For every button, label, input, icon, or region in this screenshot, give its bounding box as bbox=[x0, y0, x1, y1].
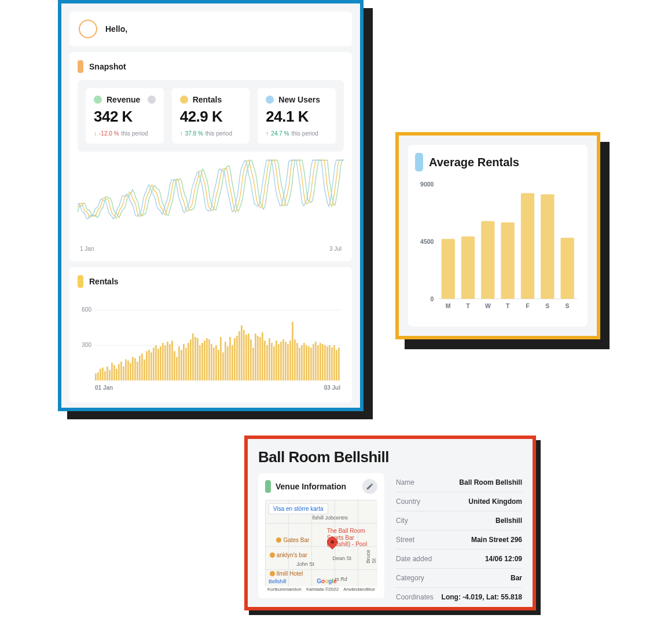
svg-rect-78 bbox=[266, 345, 268, 380]
svg-rect-43 bbox=[185, 347, 187, 380]
svg-rect-49 bbox=[199, 345, 201, 380]
svg-rect-90 bbox=[294, 339, 296, 380]
svg-rect-94 bbox=[303, 343, 305, 380]
dot-icon bbox=[94, 96, 102, 104]
svg-rect-4 bbox=[95, 374, 97, 380]
arrow-down-icon: ↓ bbox=[94, 130, 97, 137]
rentals-title: Rentals bbox=[89, 277, 119, 286]
svg-rect-116 bbox=[442, 239, 455, 299]
svg-rect-89 bbox=[292, 322, 293, 380]
svg-rect-101 bbox=[320, 343, 321, 380]
svg-rect-95 bbox=[306, 345, 307, 380]
rentals-card: Rentals 30060001 Jan03 Jul bbox=[69, 267, 352, 402]
svg-rect-126 bbox=[541, 195, 554, 299]
map-callout: The Ball Room Sports Bar (Bellshill) - P… bbox=[327, 528, 377, 548]
edit-button[interactable] bbox=[362, 479, 377, 494]
svg-rect-9 bbox=[107, 367, 108, 380]
svg-rect-14 bbox=[118, 364, 120, 380]
svg-rect-50 bbox=[201, 343, 203, 380]
x-axis-start: 1 Jan bbox=[80, 246, 94, 252]
svg-text:9000: 9000 bbox=[420, 181, 434, 188]
svg-rect-81 bbox=[273, 346, 275, 380]
map[interactable]: Visa en större karta llshill Jobcentre G… bbox=[265, 500, 377, 592]
svg-rect-16 bbox=[123, 367, 124, 380]
svg-text:M: M bbox=[446, 302, 451, 309]
svg-rect-40 bbox=[178, 346, 180, 380]
snapshot-title: Snapshot bbox=[89, 62, 126, 71]
google-logo-icon: Google bbox=[317, 578, 336, 584]
svg-rect-48 bbox=[197, 338, 199, 380]
svg-rect-41 bbox=[181, 350, 182, 380]
svg-rect-66 bbox=[238, 331, 240, 380]
svg-rect-71 bbox=[250, 339, 252, 380]
greeting-card: Hello, bbox=[69, 12, 352, 46]
svg-rect-109 bbox=[338, 347, 340, 380]
accent-pill-icon bbox=[265, 480, 271, 493]
map-terms[interactable]: Användarvillkor bbox=[343, 587, 375, 592]
avg-rentals-card: Average Rentals 045009000MTWTFSS bbox=[408, 145, 588, 327]
svg-rect-100 bbox=[317, 345, 319, 380]
info-value: Long: -4.019, Lat: 55.818 bbox=[442, 593, 522, 601]
venue-info-card: Venue Information Visa en större karta l… bbox=[258, 473, 384, 598]
svg-rect-120 bbox=[481, 221, 494, 299]
svg-rect-34 bbox=[164, 345, 166, 380]
svg-rect-74 bbox=[257, 336, 259, 380]
metric-new-users[interactable]: New Users 24.1 K ↑ 24.7 % this period bbox=[258, 88, 336, 144]
svg-rect-28 bbox=[151, 352, 152, 380]
svg-rect-82 bbox=[276, 341, 277, 380]
info-row: CountryUnited Kingdom bbox=[396, 492, 522, 511]
svg-rect-63 bbox=[232, 345, 233, 380]
map-poi-label: llshill Jobcentre bbox=[312, 515, 348, 521]
venue-header: Ball Room Bellshill bbox=[258, 448, 522, 466]
svg-rect-22 bbox=[137, 362, 138, 380]
map-shortcuts[interactable]: Kortkommandon bbox=[267, 587, 302, 592]
svg-rect-77 bbox=[264, 341, 266, 380]
info-key: Name bbox=[396, 478, 414, 486]
svg-rect-98 bbox=[313, 344, 314, 380]
map-poi-label: anklyn's bar bbox=[270, 552, 307, 558]
metric-change: ↓ -12.0 % this period bbox=[94, 130, 156, 137]
svg-rect-61 bbox=[227, 346, 229, 380]
svg-rect-64 bbox=[234, 338, 236, 380]
info-icon[interactable] bbox=[148, 96, 156, 104]
svg-rect-39 bbox=[176, 357, 178, 380]
svg-rect-11 bbox=[111, 363, 113, 380]
svg-rect-51 bbox=[204, 341, 205, 380]
svg-rect-32 bbox=[160, 346, 162, 380]
map-footer: Kortkommandon Kartdata ©2022 Användarvil… bbox=[265, 586, 377, 592]
svg-rect-38 bbox=[174, 351, 175, 380]
svg-rect-54 bbox=[211, 344, 212, 380]
venue-panel: Ball Room Bellshill Venue Information Vi… bbox=[244, 436, 536, 610]
svg-rect-58 bbox=[220, 337, 222, 380]
map-attribution: Kartdata ©2022 bbox=[306, 587, 339, 592]
svg-rect-97 bbox=[310, 347, 312, 380]
dashboard-panel: Hello, Snapshot Revenue 342 K ↓ -12.0 % … bbox=[58, 0, 364, 411]
avatar bbox=[79, 20, 97, 38]
map-place-link[interactable]: Bellshill bbox=[269, 579, 287, 584]
svg-rect-24 bbox=[141, 353, 143, 380]
svg-rect-85 bbox=[282, 339, 284, 380]
svg-rect-62 bbox=[229, 337, 231, 380]
svg-rect-55 bbox=[213, 347, 215, 380]
svg-rect-88 bbox=[289, 341, 291, 380]
metric-rentals[interactable]: Rentals 42.9 K ↑ 37.8 % this period bbox=[172, 88, 250, 144]
bar-chart-icon: 30060001 Jan03 Jul bbox=[78, 295, 344, 393]
svg-text:W: W bbox=[485, 302, 491, 309]
svg-rect-67 bbox=[241, 325, 243, 380]
venue-body: Venue Information Visa en större karta l… bbox=[258, 473, 522, 606]
svg-rect-105 bbox=[329, 345, 331, 380]
info-row: StreetMain Street 296 bbox=[396, 530, 522, 550]
metric-revenue[interactable]: Revenue 342 K ↓ -12.0 % this period bbox=[86, 88, 164, 144]
svg-rect-128 bbox=[560, 237, 574, 299]
svg-text:600: 600 bbox=[82, 306, 91, 313]
info-key: Street bbox=[396, 536, 414, 544]
svg-text:S: S bbox=[545, 302, 549, 309]
svg-rect-73 bbox=[255, 334, 256, 380]
info-key: City bbox=[396, 517, 408, 525]
svg-rect-19 bbox=[130, 363, 131, 380]
avg-rentals-title: Average Rentals bbox=[429, 156, 519, 169]
svg-rect-106 bbox=[331, 347, 333, 380]
svg-rect-93 bbox=[301, 345, 303, 380]
expand-map-button[interactable]: Visa en större karta bbox=[269, 503, 328, 514]
svg-rect-42 bbox=[183, 344, 185, 380]
